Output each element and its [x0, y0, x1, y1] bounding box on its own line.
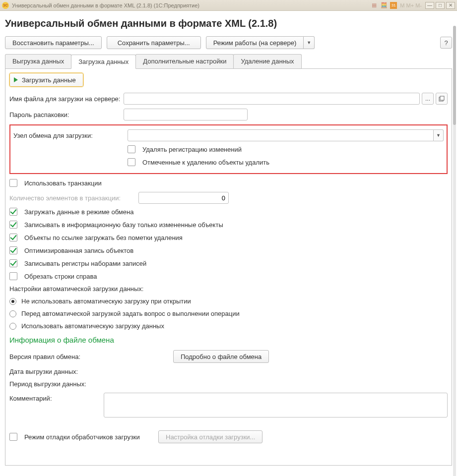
checkbox-load-by-ref[interactable]	[9, 234, 17, 241]
checkbox-register-sets[interactable]	[9, 259, 17, 267]
tx-count-label: Количество элементов в транзакции:	[9, 194, 138, 202]
checkbox-optimized[interactable]	[9, 246, 17, 254]
svg-rect-1	[440, 96, 444, 100]
app-logo-icon: 1C	[2, 2, 9, 9]
file-browse-button[interactable]: ...	[422, 93, 434, 105]
export-period-label: Период выгрузки данных:	[9, 380, 173, 388]
export-date-label: Дата выгрузки данных:	[9, 368, 173, 375]
toolbar: Восстановить параметры... Сохранить пара…	[5, 36, 452, 49]
external-icon	[439, 96, 445, 102]
exchange-node-label: Узел обмена для загрузки:	[13, 132, 128, 139]
file-name-label: Имя файла для загрузки на сервере:	[9, 95, 124, 103]
password-label: Пароль распаковки:	[9, 111, 124, 119]
tab-additional[interactable]: Дополнительные настройки	[135, 54, 234, 68]
checkbox-record-changed[interactable]	[9, 221, 17, 229]
scrollbar[interactable]	[453, 26, 456, 476]
file-info-heading: Информация о файле обмена	[9, 336, 448, 344]
tab-delete[interactable]: Удаление данных	[233, 54, 301, 68]
restore-params-button[interactable]: Восстановить параметры...	[5, 36, 102, 49]
save-params-button[interactable]: Сохранить параметры...	[107, 36, 201, 49]
checkbox-trim-strings-label[interactable]: Обрезать строки справа	[24, 273, 97, 280]
file-details-button[interactable]: Подробно о файле обмена	[173, 350, 269, 363]
checkbox-register-sets-label[interactable]: Записывать регистры наборами записей	[24, 260, 146, 267]
titlebar-icon-2[interactable]: 🧮	[380, 1, 388, 9]
titlebar-icon-1[interactable]: ▦	[370, 1, 378, 9]
checkbox-exchange-mode[interactable]	[9, 208, 17, 216]
file-open-button[interactable]	[436, 93, 448, 105]
auto-load-label: Настройки автоматической загрузки данных…	[9, 285, 448, 293]
comment-label: Комментарий:	[9, 393, 104, 402]
maximize-button[interactable]: □	[436, 2, 445, 9]
checkbox-delete-marked[interactable]	[128, 158, 135, 166]
load-data-button[interactable]: Загрузить данные	[9, 73, 83, 87]
radio-no-auto[interactable]	[9, 298, 16, 305]
checkbox-delete-registration-label[interactable]: Удалять регистрацию изменений	[142, 146, 242, 153]
password-input[interactable]	[124, 109, 248, 120]
page-title: Универсальный обмен данными в формате XM…	[5, 18, 452, 29]
checkbox-use-transactions[interactable]	[9, 179, 17, 187]
play-icon	[14, 77, 18, 82]
file-name-input[interactable]	[124, 93, 420, 105]
checkbox-debug-mode-label[interactable]: Режим отладки обработчиков загрузки	[24, 433, 158, 441]
checkbox-exchange-mode-label[interactable]: Загружать данные в режиме обмена	[24, 208, 133, 216]
radio-use-auto[interactable]	[9, 323, 16, 330]
exchange-node-dropdown[interactable]: ▼	[434, 129, 444, 141]
tx-count-input[interactable]	[138, 192, 229, 204]
highlight-box: Узел обмена для загрузки: ▼ Удалять реги…	[9, 124, 448, 174]
radio-ask-label[interactable]: Перед автоматической загрузкой задать во…	[21, 310, 240, 317]
titlebar-calendar-icon[interactable]: 31	[390, 2, 397, 9]
radio-no-auto-label[interactable]: Не использовать автоматическую загрузку …	[21, 298, 191, 305]
tab-panel-import: Загрузить данные Имя файла для загрузки …	[5, 69, 452, 466]
checkbox-record-changed-label[interactable]: Записывать в информационную базу только …	[24, 221, 223, 229]
radio-ask[interactable]	[9, 310, 16, 317]
checkbox-delete-marked-label[interactable]: Отмеченные к удалению объекты удалить	[142, 159, 269, 166]
title-bar: 1C Универсальный обмен данными в формате…	[0, 0, 457, 11]
exchange-node-input[interactable]	[128, 129, 434, 141]
checkbox-use-transactions-label[interactable]: Использовать транзакции	[24, 179, 102, 187]
checkbox-optimized-label[interactable]: Оптимизированная запись объектов	[24, 247, 133, 254]
tab-import[interactable]: Загрузка данных	[71, 55, 136, 69]
checkbox-debug-mode[interactable]	[9, 433, 17, 441]
rules-version-label: Версия правил обмена:	[9, 353, 173, 360]
close-button[interactable]: ✕	[446, 2, 455, 9]
checkbox-trim-strings[interactable]	[9, 272, 17, 280]
window-title: Универсальный обмен данными в формате XM…	[12, 2, 199, 8]
help-button[interactable]: ?	[440, 37, 452, 49]
tab-export[interactable]: Выгрузка данных	[5, 54, 71, 68]
debug-settings-button[interactable]: Настройка отладки загрузки...	[158, 430, 262, 443]
titlebar-m-buttons[interactable]: M M+ M-	[400, 2, 422, 8]
radio-use-auto-label[interactable]: Использовать автоматическую загрузку дан…	[21, 322, 164, 330]
mode-dropdown[interactable]: Режим работы (на сервере) ▼	[206, 36, 315, 49]
checkbox-delete-registration[interactable]	[128, 145, 135, 153]
tab-bar: Выгрузка данных Загрузка данных Дополнит…	[5, 54, 452, 69]
comment-textarea[interactable]	[104, 393, 448, 417]
mode-dropdown-arrow[interactable]: ▼	[304, 36, 315, 49]
scrollbar-thumb[interactable]	[453, 26, 456, 125]
mode-button[interactable]: Режим работы (на сервере)	[206, 36, 304, 49]
minimize-button[interactable]: —	[425, 2, 434, 9]
checkbox-load-by-ref-label[interactable]: Объекты по ссылке загружать без пометки …	[24, 234, 183, 241]
load-data-label: Загрузить данные	[22, 76, 76, 84]
